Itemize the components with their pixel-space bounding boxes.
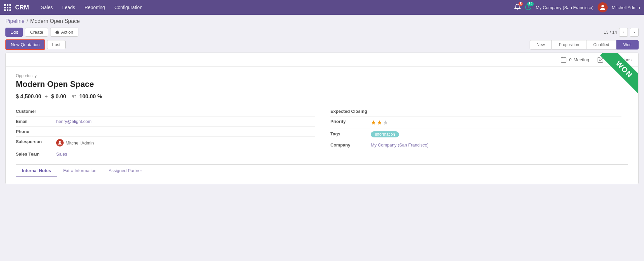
next-record-button[interactable]: › [630,28,639,37]
tags-label: Tags [330,131,371,136]
breadcrumb: Pipeline / Modern Open Space [5,18,639,24]
opportunity-title: Modern Open Space [16,79,628,89]
quotations-label: Quotations [610,57,632,62]
stage-won[interactable]: Won [616,40,639,50]
company-name: My Company (San Francisco) [536,5,594,10]
breadcrumb-parent[interactable]: Pipeline [5,18,25,24]
breadcrumb-separator: / [27,18,28,24]
pagination-area: 13 / 14 ‹ › [604,28,639,37]
email-label: Email [16,119,56,124]
toolbar: Edit Create Action 13 / 14 ‹ › [5,28,639,37]
calendar-icon [560,56,567,63]
plus-sign: + [45,94,48,100]
main-amount: $ 4,500.00 [16,94,41,100]
phone-label: Phone [16,129,56,134]
email-value[interactable]: henry@elight.com [56,119,315,124]
star-1[interactable]: ★ [371,119,376,126]
edit-button[interactable]: Edit [5,28,23,37]
phone-field: Phone [16,127,315,137]
quotations-count: 0 [606,57,608,62]
priority-field: Priority ★ ★ ★ [330,117,621,129]
opportunity-label: Opportunity [16,73,628,78]
fields-right: Expected Closing Priority ★ ★ ★ [322,106,628,159]
card-top-bar: 0 Meeting 0 Quotations [6,53,638,67]
svg-point-1 [602,5,604,7]
app-name[interactable]: CRM [15,4,29,11]
tab-internal-notes[interactable]: Internal Notes [16,165,57,177]
lost-button[interactable]: Lost [47,40,66,49]
quotations-stat[interactable]: 0 Quotations [597,56,632,63]
tab-assigned-partner[interactable]: Assigned Partner [103,165,148,177]
meeting-label: Meeting [574,57,589,62]
nav-reporting[interactable]: Reporting [80,0,109,15]
tag-value[interactable]: Information [371,131,399,137]
percent-value: 100.00 % [79,94,102,100]
extra-amount: $ 0.00 [51,94,66,100]
stage-qualified[interactable]: Qualified [586,40,616,50]
clock-badge[interactable]: 34 [525,4,532,11]
create-button[interactable]: Create [25,28,48,37]
main-card: WON 0 Meeting 0 Quotations [5,53,639,184]
fields-grid: Customer Email henry@elight.com Phone Sa… [16,106,628,159]
edit-icon [597,56,604,63]
action-button[interactable]: Action [50,28,78,37]
meeting-count: 0 [569,57,571,62]
fields-left: Customer Email henry@elight.com Phone Sa… [16,106,322,159]
notification-bell[interactable]: 5 [514,4,521,11]
salesperson-name[interactable]: Mitchell Admin [66,140,94,145]
prev-record-button[interactable]: ‹ [619,28,628,37]
expected-closing-label: Expected Closing [330,109,371,114]
sales-team-field: Sales Team Sales [16,149,315,159]
salesperson-value: Mitchell Admin [56,139,315,146]
stage-bar: New Proposition Qualified Won [530,40,639,50]
stage-proposition[interactable]: Proposition [552,40,586,50]
action-gear-icon [55,30,59,34]
company-field: Company My Company (San Francisco) [330,140,621,150]
email-field: Email henry@elight.com [16,117,315,127]
sales-team-value[interactable]: Sales [56,152,315,157]
salesperson-field: Salesperson Mitchell Admin [16,137,315,149]
stage-new[interactable]: New [530,40,552,50]
phone-value [56,129,315,134]
top-navigation: CRM Sales Leads Reporting Configuration … [0,0,644,15]
user-avatar[interactable] [598,2,608,12]
salesperson-row: Mitchell Admin [56,139,315,146]
action-label: Action [61,30,73,35]
tabs-bar: Internal Notes Extra Information Assigne… [16,164,628,177]
nav-leads[interactable]: Leads [58,0,79,15]
nav-configuration[interactable]: Configuration [110,0,146,15]
customer-label: Customer [16,109,56,114]
customer-value [56,109,315,114]
user-name[interactable]: Mitchell Admin [612,5,640,10]
tags-field: Tags Information [330,129,621,140]
at-label: at [71,94,76,100]
tab-extra-information[interactable]: Extra Information [57,165,103,177]
star-3[interactable]: ★ [383,119,388,126]
meeting-stat[interactable]: 0 Meeting [560,56,589,63]
clock-count: 34 [527,2,534,6]
financial-row: $ 4,500.00 + $ 0.00 at 100.00 % [16,94,628,100]
company-label: Company [330,142,371,148]
customer-field: Customer [16,106,315,117]
sales-team-label: Sales Team [16,152,56,157]
app-grid-icon[interactable] [4,4,11,11]
nav-sales[interactable]: Sales [37,0,57,15]
breadcrumb-current: Modern Open Space [30,18,80,24]
priority-stars[interactable]: ★ ★ ★ [371,119,388,126]
priority-label: Priority [330,119,371,124]
salesperson-avatar [56,139,64,146]
svg-rect-3 [561,57,566,62]
svg-point-7 [59,141,61,143]
expected-closing-field: Expected Closing [330,106,621,117]
expected-closing-value [371,109,621,114]
card-body: Opportunity Modern Open Space $ 4,500.00… [6,67,638,184]
new-quotation-button[interactable]: New Quotation [5,39,45,50]
action-bar: New Quotation Lost New Proposition Quali… [5,39,639,50]
salesperson-label: Salesperson [16,139,56,144]
star-2[interactable]: ★ [377,119,382,126]
notification-count: 5 [518,2,523,6]
pagination-text: 13 / 14 [604,30,617,35]
company-value[interactable]: My Company (San Francisco) [371,142,621,148]
